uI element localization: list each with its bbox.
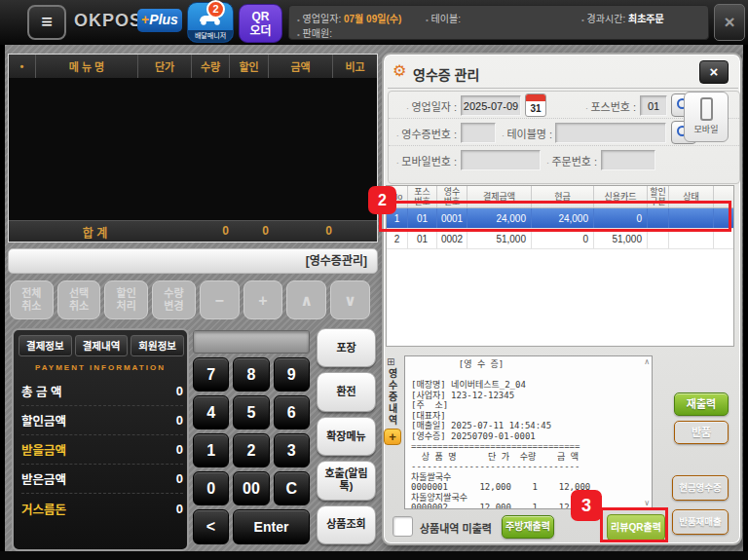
elapsed-label: 경과시간: [587,14,626,24]
clerk-label: 판매원: [303,28,332,39]
key-7[interactable]: 7 [193,357,229,392]
key-00[interactable]: 00 [233,471,269,505]
table-name-input[interactable] [555,123,666,143]
scroll-up-icon[interactable]: ∧ [644,357,650,366]
plus-button[interactable]: + [243,280,283,319]
cell-discount [648,208,669,228]
cash-receipt-button[interactable]: 현금영수증 [672,475,729,501]
calendar-icon[interactable]: 31 [525,93,546,117]
receipt-row[interactable]: 2 01 0002 51,000 0 51,000 [387,229,733,249]
delivery-notification-badge: 2 [206,0,225,19]
title-divider [388,88,738,89]
key-4[interactable]: 4 [193,395,229,429]
annotation-badge-step2: 2 [368,186,396,214]
cell-receipt-no: 0001 [437,208,468,228]
cell-card: 0 [594,208,648,228]
receipt-detail-add-button[interactable]: + [384,429,401,445]
minus-button[interactable]: − [200,280,240,319]
key-8[interactable]: 8 [233,357,269,392]
cancel-selected-button[interactable]: 선택 취소 [57,280,101,319]
discount-button[interactable]: 할인 처리 [104,280,148,319]
hamburger-menu-button[interactable]: ≡ [27,5,66,40]
receipt-grid: No 포스 번호 영수 번호 결제금액 현금 신용카드 할인 구분 상태 1 0… [386,185,734,347]
scroll-up-button[interactable]: ∧ [286,280,326,319]
pos-number-input[interactable] [640,95,667,116]
cell-pos: 01 [408,229,437,248]
key-1[interactable]: 1 [193,433,229,467]
dialog-close-button[interactable]: × [699,60,729,84]
key-3[interactable]: 3 [274,433,310,467]
bullet-icon: • [581,16,584,24]
business-date-label: · 영업일자 : [393,98,457,114]
table-name-label: · 테이블명 : [498,126,552,141]
payment-row-change: 거스름돈 0 [21,494,183,523]
col-card: 신용카드 [594,186,648,207]
business-date-input[interactable] [461,95,521,116]
cell-card: 51,000 [594,229,648,248]
scroll-down-icon[interactable]: ∨ [644,499,650,507]
takeout-button[interactable]: 포장 [317,328,376,367]
cell-pos: 01 [408,208,437,228]
key-backspace[interactable]: < [193,509,229,544]
app-close-button[interactable]: × [714,4,745,41]
table-info: • 테이블: [426,11,461,25]
qr-order-button[interactable]: QR 오더 [239,4,282,43]
order-total-row: 합 계 0 0 0 [9,220,377,242]
no-print-items-checkbox[interactable] [393,516,413,537]
qr-order-line1: QR [240,10,281,24]
review-qr-print-button[interactable]: 리뷰QR출력 [607,514,665,541]
pos-number-label: · 포스번호 : [574,98,636,114]
extended-menu-button[interactable]: 확장메뉴 [317,417,376,456]
keypad-bottom-row: < Enter [193,509,310,544]
business-date-value: 07월 09일(수) [344,14,401,24]
column-menu-name: 메 뉴 명 [36,55,138,78]
row-value: 0 [176,384,183,398]
cell-receipt-no: 0002 [437,229,468,248]
tab-member-info[interactable]: 회원정보 [131,335,184,356]
side-function-buttons: 포장 환전 확장메뉴 호출(알림 톡) 상품조회 [317,328,376,544]
kitchen-reprint-button[interactable]: 주방재출력 [502,515,554,539]
bullet-icon: • [297,16,300,24]
cell-cash: 24,000 [532,208,594,228]
call-notification-button[interactable]: 호출(알림 톡) [317,461,376,500]
form-row-3: · 모바일번호 : · 주문번호 : [389,146,739,173]
product-search-button[interactable]: 상품조회 [317,505,376,544]
cancel-all-button[interactable]: 전체 취소 [10,280,54,319]
tab-payment-history[interactable]: 결제내역 [75,335,129,356]
column-note: 비고 [333,55,377,78]
mobile-number-label: · 모바일번호 : [391,153,457,168]
reprint-button[interactable]: 재출력 [674,392,729,416]
cell-no: 2 [387,229,408,248]
key-2[interactable]: 2 [233,433,269,467]
key-clear[interactable]: C [274,471,310,505]
key-9[interactable]: 9 [274,357,310,392]
receipt-number-input[interactable] [461,123,496,143]
order-number-input[interactable] [601,150,655,170]
qty-change-button[interactable]: 수량 변경 [152,280,196,319]
keypad-display[interactable] [193,330,310,354]
mobile-button[interactable]: 모바일 [684,92,729,142]
scroll-down-button[interactable]: ∨ [330,280,370,319]
tab-payment-info[interactable]: 결제정보 [19,335,72,356]
receipt-preview: [영 수 증] [매장명] 네이버테스트_2_04 [사업자] 123-12-1… [404,355,653,509]
receipt-row-selected[interactable]: 1 01 0001 24,000 24,000 0 [387,208,733,229]
order-action-buttons: 전체 취소 선택 취소 할인 처리 수량 변경 − + ∧ ∨ [10,280,370,319]
mobile-button-label: 모바일 [685,123,728,135]
close-icon: × [710,63,719,80]
pos-screen: ≡ OKPOS +Plus 배달매니저 2 QR 오더 • 영업일자: [0,0,748,560]
refund-resale-button[interactable]: 반품재매출 [672,509,729,535]
exchange-button[interactable]: 환전 [317,372,376,411]
key-enter[interactable]: Enter [233,509,310,544]
key-5[interactable]: 5 [233,395,269,429]
total-qty: 0 [192,224,229,238]
column-marker: • [9,55,36,78]
row-value: 0 [176,471,183,486]
key-6[interactable]: 6 [274,395,310,429]
mobile-number-input[interactable] [461,150,541,170]
key-0[interactable]: 0 [193,471,229,505]
expand-icon[interactable]: ⊞ [387,356,394,367]
refund-button[interactable]: 반품 [674,421,729,444]
session-info-panel: • 영업일자: 07월 09일(수) • 테이블: • 경과시간: 최초주문 •… [288,5,709,40]
row-value: 0 [176,502,183,516]
column-unit-price: 단가 [138,55,192,78]
